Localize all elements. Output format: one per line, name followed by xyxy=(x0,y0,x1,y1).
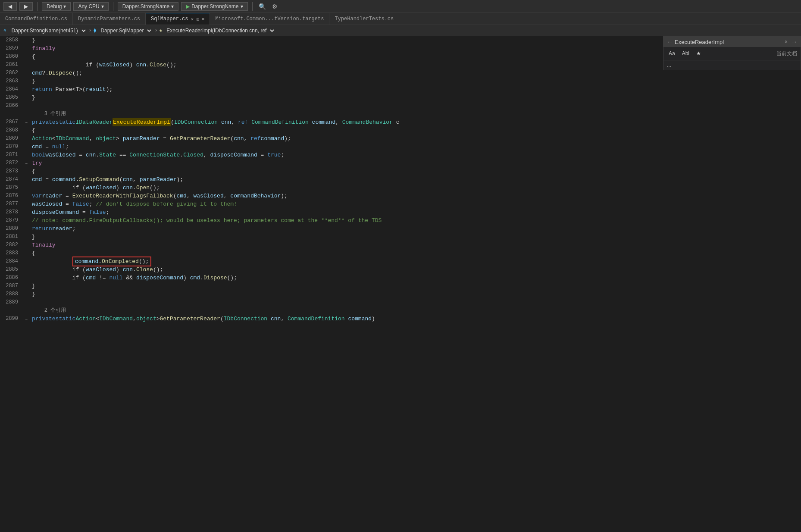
project-label: Dapper.StrongName xyxy=(122,3,169,9)
fold-btn-2890[interactable]: − xyxy=(24,317,29,322)
run-label: Dapper.StrongName xyxy=(191,3,238,9)
namespace-select[interactable]: Dapper.StrongName(net451) xyxy=(8,27,87,34)
fold-btn-2867[interactable]: − xyxy=(24,120,29,125)
forward-btn[interactable]: ▶ xyxy=(19,2,33,11)
cs-icon: # xyxy=(3,28,6,33)
hint-aa-btn[interactable]: Aa xyxy=(667,50,677,57)
fold-btn-2872[interactable]: − xyxy=(24,161,29,166)
method-select[interactable]: ExecuteReaderImpl(IDbConnection cnn, ref xyxy=(163,27,275,34)
code-line-2888: } xyxy=(32,290,801,298)
tabs-bar: CommandDefinition.cs DynamicParameters.c… xyxy=(0,13,801,25)
line-numbers: 2858285928602861286228632864286528662867… xyxy=(0,36,22,532)
back-btn[interactable]: ◀ xyxy=(3,2,17,11)
hint-header: ← ExecuteReaderImpl × → xyxy=(663,37,801,47)
sep1 xyxy=(37,2,38,11)
hint-close-btn[interactable]: × xyxy=(783,39,789,45)
code-line-2890: private static Action<IDbCommand, object… xyxy=(32,315,801,323)
code-line-2881: } xyxy=(32,233,801,241)
code-line-2872: try xyxy=(32,159,801,167)
hint-scope-label: 当前文档 xyxy=(776,50,797,57)
hint-popup: ← ExecuteReaderImpl × → Aa Abl ★ 当前文档 ..… xyxy=(663,36,801,70)
project-btn[interactable]: Dapper.StrongName ▾ xyxy=(118,2,178,11)
code-line-2868: { xyxy=(32,126,801,135)
code-line-2866 xyxy=(32,102,801,110)
code-line-2882: finally xyxy=(32,241,801,249)
hint-next-btn[interactable]: → xyxy=(791,38,797,45)
hint-star-btn[interactable]: ★ xyxy=(695,50,703,57)
code-line-2870: cmd = null; xyxy=(32,143,801,151)
code-line-2867: private static IDataReader ExecuteReader… xyxy=(32,118,801,126)
code-line-2863: } xyxy=(32,77,801,85)
tab-typehandler-label: TypeHandlerTests.cs xyxy=(335,16,394,22)
code-content[interactable]: } finally { if (wasClosed) cnn.Close(); … xyxy=(30,36,801,532)
sep3 xyxy=(252,2,253,11)
run-btn[interactable]: ▶ Dapper.StrongName ▾ xyxy=(181,2,247,11)
class-select[interactable]: Dapper.SqlMapper xyxy=(97,27,153,34)
tab-dynamicparameters-label: DynamicParameters.cs xyxy=(78,16,140,22)
code-line-2871: bool wasClosed = cnn.State == Connection… xyxy=(32,151,801,159)
sep2 xyxy=(113,2,113,11)
code-line-2864: return Parse<T>(result); xyxy=(32,85,801,94)
tab-typehandler[interactable]: TypeHandlerTests.cs xyxy=(329,13,399,25)
hint-prev-btn[interactable]: ← xyxy=(667,38,673,45)
debug-label: Debug xyxy=(47,3,62,9)
code-line-2876: var reader = ExecuteReaderWithFlagsFallb… xyxy=(32,192,801,200)
debug-btn[interactable]: Debug ▾ xyxy=(42,2,71,11)
code-line-2869: Action<IDbCommand, object> paramReader =… xyxy=(32,135,801,143)
tab-microsoft[interactable]: Microsoft.Common...tVersion.targets xyxy=(210,13,329,25)
project-dropdown-icon[interactable]: ▾ xyxy=(171,3,174,9)
debug-dropdown-icon[interactable]: ▾ xyxy=(63,3,66,9)
code-line-2877: wasClosed = false; // don't dispose befo… xyxy=(32,200,801,208)
cpu-label: Any CPU xyxy=(78,3,99,9)
sep-2: › xyxy=(154,28,157,34)
code-line-2878: disposeCommand = false; xyxy=(32,208,801,216)
toolbar: ◀ ▶ Debug ▾ Any CPU ▾ Dapper.StrongName … xyxy=(0,0,801,13)
tab-sqlmapper[interactable]: SqlMapper.cs ✕ ⊞ ✕ xyxy=(146,13,210,25)
tab-sqlmapper-close[interactable]: ✕ xyxy=(202,16,204,22)
tab-sqlmapper-pin: ✕ ⊞ xyxy=(191,16,199,22)
hint-title: ExecuteReaderImpl xyxy=(675,39,781,45)
code-line-2889 xyxy=(32,298,801,307)
code-line-2875: if (wasClosed) cnn.Open(); xyxy=(32,184,801,192)
tab-commanddefinition-label: CommandDefinition.cs xyxy=(5,16,67,22)
code-line-2874: cmd = command.SetupCommand(cnn, paramRea… xyxy=(32,175,801,184)
tab-commanddefinition[interactable]: CommandDefinition.cs xyxy=(0,13,73,25)
tab-sqlmapper-label: SqlMapper.cs xyxy=(151,16,188,22)
code-line-2873: { xyxy=(32,167,801,175)
sep-1: › xyxy=(89,28,92,34)
code-container: 2858285928602861286228632864286528662867… xyxy=(0,36,801,532)
code-line-2880: return reader; xyxy=(32,225,801,233)
code-line-2887: } xyxy=(32,282,801,290)
code-line-2884: command.OnCompleted(); xyxy=(32,257,801,266)
class-icon: ⧫ xyxy=(94,28,97,33)
code-line-2886: if (cmd != null && disposeCommand) cmd.D… xyxy=(32,274,801,282)
hint-separator: ... xyxy=(663,60,801,70)
method-icon: ◈ xyxy=(160,28,163,33)
breadcrumb-bar: # Dapper.StrongName(net451) › ⧫ Dapper.S… xyxy=(0,25,801,36)
run-dropdown-icon[interactable]: ▾ xyxy=(241,3,243,9)
code-line-2879: // note: command.FireOutputCallbacks(); … xyxy=(32,216,801,225)
hint-ab-btn[interactable]: Abl xyxy=(680,50,691,57)
cpu-btn[interactable]: Any CPU ▾ xyxy=(73,2,108,11)
search-btn[interactable]: 🔍 xyxy=(257,2,268,11)
fold-col: −−− xyxy=(22,36,30,532)
tab-dynamicparameters[interactable]: DynamicParameters.cs xyxy=(73,13,146,25)
tab-microsoft-label: Microsoft.Common...tVersion.targets xyxy=(215,16,324,22)
code-line-2865: } xyxy=(32,94,801,102)
code-line-2885: if (wasClosed) cnn.Close(); xyxy=(32,266,801,274)
cpu-dropdown-icon[interactable]: ▾ xyxy=(101,3,104,9)
hint-toolbar: Aa Abl ★ 当前文档 xyxy=(663,47,801,60)
settings-btn[interactable]: ⚙ xyxy=(270,2,279,11)
